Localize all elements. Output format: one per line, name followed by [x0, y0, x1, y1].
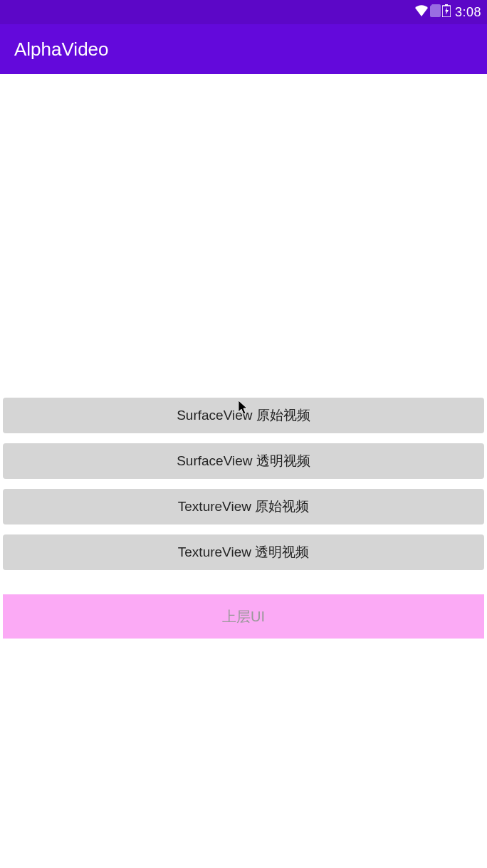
content-area: SurfaceView 原始视频 SurfaceView 透明视频 Textur…: [0, 74, 487, 639]
overlay-ui-banner: 上层UI: [3, 594, 484, 639]
surfaceview-raw-button[interactable]: SurfaceView 原始视频: [3, 398, 484, 433]
status-time: 3:08: [455, 5, 481, 20]
sim-icon: [430, 4, 441, 20]
status-icons: 3:08: [414, 4, 481, 20]
surfaceview-alpha-button[interactable]: SurfaceView 透明视频: [3, 443, 484, 479]
textureview-alpha-button[interactable]: TextureView 透明视频: [3, 534, 484, 570]
status-bar: 3:08: [0, 0, 487, 24]
app-title: AlphaVideo: [14, 38, 109, 61]
wifi-icon: [414, 5, 429, 19]
textureview-raw-button[interactable]: TextureView 原始视频: [3, 489, 484, 525]
video-placeholder: [3, 74, 484, 388]
battery-charging-icon: [442, 4, 451, 20]
svg-rect-2: [445, 4, 448, 6]
app-bar: AlphaVideo: [0, 24, 487, 74]
